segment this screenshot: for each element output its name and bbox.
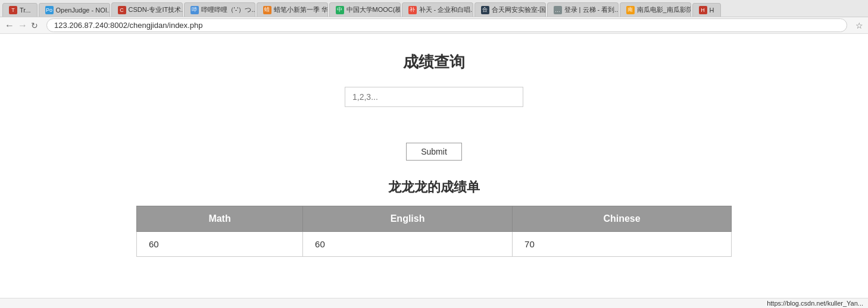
tab-icon-openjudge: Po	[45, 6, 54, 14]
search-input[interactable]	[345, 87, 523, 107]
tab-icon-shinchan: 蜡	[263, 6, 271, 14]
cell-chinese: 70	[513, 232, 732, 257]
tab-label-csdn: CSDN-专业IT技术...	[129, 5, 183, 14]
tab-csdn[interactable]: C CSDN-专业IT技术...	[111, 2, 183, 17]
tab-label-yunti: 登录 | 云梯 - 看到...	[564, 5, 619, 14]
tab-label-tr: Tr...	[20, 7, 31, 14]
cell-english: 60	[303, 232, 513, 257]
result-title: 龙龙龙的成绩单	[388, 178, 480, 196]
cell-math: 60	[137, 232, 303, 257]
back-icon[interactable]: ←	[5, 20, 14, 31]
tab-bilibili[interactable]: 哔 哔哩哔哩（'-'）つ...	[184, 2, 255, 17]
tab-label-nangua: 南瓜电影_南瓜影院...	[637, 5, 691, 14]
tab-label-shinchan: 蜡笔小新第一季 华...	[274, 5, 328, 14]
tab-mooc[interactable]: 中 中国大学MOOC(慕...	[329, 2, 401, 17]
tab-label-bilibili: 哔哩哔哩（'-'）つ...	[201, 5, 255, 14]
score-table: Math English Chinese 60 60 70	[136, 206, 732, 257]
tab-nangua[interactable]: 南 南瓜电影_南瓜影院...	[620, 2, 691, 17]
tab-label-mooc: 中国大学MOOC(慕...	[346, 5, 401, 14]
browser-chrome: T Tr... Po OpenJudge - NOI... C CSDN-专业I…	[0, 0, 868, 34]
address-input[interactable]: 123.206.87.240:8002/chengjidan/index.php	[46, 18, 847, 32]
forward-icon[interactable]: →	[18, 20, 27, 31]
tab-openjudge[interactable]: Po OpenJudge - NOI...	[39, 3, 110, 17]
tab-icon-tr: T	[9, 6, 17, 14]
tab-label-hetian: 合天网安实验室-国...	[492, 5, 546, 14]
bookmark-icon[interactable]: ☆	[855, 21, 863, 30]
tab-icon-hetian: 合	[481, 6, 489, 14]
tab-icon-bilibili: 哔	[191, 6, 199, 14]
tab-butian[interactable]: 补 补天 - 企业和白唱...	[402, 2, 473, 17]
tab-label-h: H	[710, 7, 714, 14]
tab-label-butian: 补天 - 企业和白唱...	[419, 5, 473, 14]
tab-tr[interactable]: T Tr...	[2, 3, 38, 17]
page-title: 成绩查询	[403, 52, 465, 73]
tab-icon-butian: 补	[408, 6, 417, 14]
tab-icon-h: H	[699, 6, 707, 14]
page-content: 成绩查询 Submit 龙龙龙的成绩单 Math English Chinese…	[0, 34, 868, 275]
tab-yunti[interactable]: … 登录 | 云梯 - 看到...	[547, 2, 619, 17]
refresh-icon[interactable]: ↻	[31, 21, 38, 30]
submit-button[interactable]: Submit	[406, 143, 462, 161]
tab-icon-mooc: 中	[336, 6, 344, 14]
tab-icon-yunti: …	[554, 6, 562, 14]
tab-hetian[interactable]: 合 合天网安实验室-国...	[474, 2, 546, 17]
tab-h[interactable]: H H	[692, 3, 721, 17]
tab-label-openjudge: OpenJudge - NOI...	[56, 7, 110, 14]
tab-shinchan[interactable]: 蜡 蜡笔小新第一季 华...	[257, 2, 328, 17]
col-header-chinese: Chinese	[513, 206, 732, 232]
col-header-math: Math	[137, 206, 303, 232]
nav-bar: ← → ↻ 123.206.87.240:8002/chengjidan/ind…	[0, 17, 868, 34]
tab-icon-csdn: C	[118, 6, 126, 14]
tab-icon-nangua: 南	[626, 6, 635, 14]
table-row: 60 60 70	[137, 232, 732, 257]
table-header-row: Math English Chinese	[137, 206, 732, 232]
col-header-english: English	[303, 206, 513, 232]
tabs-bar: T Tr... Po OpenJudge - NOI... C CSDN-专业I…	[0, 0, 868, 17]
